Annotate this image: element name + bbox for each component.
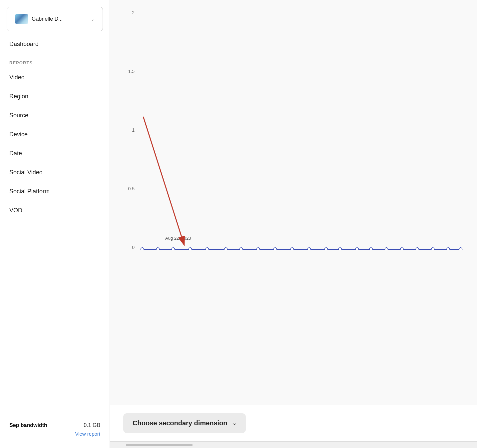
bandwidth-value: 0.1 GB [84, 422, 100, 428]
sidebar-item-vod[interactable]: VOD [0, 201, 110, 220]
y-label-1-5: 1.5 [128, 69, 137, 74]
view-report-link[interactable]: View report [9, 431, 100, 437]
grid-line-0 [139, 250, 464, 250]
reports-section-label: REPORTS [0, 54, 110, 68]
choose-secondary-dimension-button[interactable]: Choose secondary dimension ⌄ [123, 413, 246, 433]
sidebar-item-date[interactable]: Date [0, 144, 110, 163]
sidebar-item-dashboard[interactable]: Dashboard [0, 35, 110, 54]
y-axis: 2 1.5 1 0.5 0 [123, 10, 137, 250]
chart-inner: Aug 22, 2023 [139, 10, 464, 250]
scrollbar-area[interactable] [110, 441, 477, 448]
sidebar-item-region[interactable]: Region [0, 87, 110, 106]
sidebar-item-device[interactable]: Device [0, 125, 110, 144]
account-avatar [15, 14, 28, 24]
x-label-date: Aug 22, 2023 [165, 236, 191, 241]
sidebar-item-social-platform[interactable]: Social Platform [0, 182, 110, 201]
sidebar-item-video[interactable]: Video [0, 68, 110, 87]
bandwidth-label: Sep bandwidth [9, 422, 47, 428]
y-label-1: 1 [132, 127, 137, 133]
account-name: Gabrielle D... [32, 16, 88, 22]
bandwidth-row: Sep bandwidth 0.1 GB [9, 422, 100, 428]
x-axis: Aug 22, 2023 [155, 232, 464, 250]
choose-dimension-label: Choose secondary dimension [133, 419, 228, 427]
sidebar-item-social-video[interactable]: Social Video [0, 163, 110, 182]
chart-area: 2 1.5 1 0.5 0 [110, 0, 477, 405]
data-line-chart [139, 10, 464, 250]
sidebar: Gabrielle D... ⌄ Dashboard REPORTS Video… [0, 0, 110, 448]
chart-container: 2 1.5 1 0.5 0 [123, 10, 464, 270]
bottom-bar: Choose secondary dimension ⌄ [110, 405, 477, 441]
sidebar-item-source[interactable]: Source [0, 106, 110, 125]
main-content: 2 1.5 1 0.5 0 [110, 0, 477, 448]
svg-point-0 [141, 248, 144, 250]
sidebar-bottom: Sep bandwidth 0.1 GB View report [0, 416, 110, 441]
y-label-0-5: 0.5 [128, 186, 137, 191]
y-label-0: 0 [132, 245, 137, 250]
account-selector[interactable]: Gabrielle D... ⌄ [7, 7, 103, 31]
y-label-2: 2 [132, 10, 137, 15]
scrollbar-thumb[interactable] [126, 444, 193, 446]
chevron-down-icon: ⌄ [91, 17, 95, 22]
chevron-down-icon: ⌄ [232, 420, 237, 426]
